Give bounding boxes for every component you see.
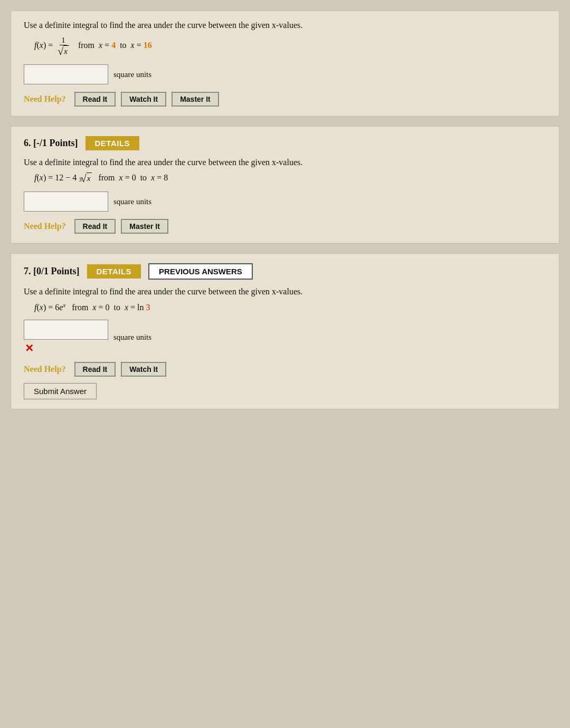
problem-5-section: Use a definite integral to find the area… [11,11,559,117]
problem-5-instructions: Use a definite integral to find the area… [24,21,546,30]
problem-7-section: 7. [0/1 Points] DETAILS PREVIOUS ANSWERS… [11,253,559,409]
problem-6-read-it[interactable]: Read It [74,219,116,234]
problem-7-instructions: Use a definite integral to find the area… [24,287,546,296]
problem-7-header: 7. [0/1 Points] DETAILS PREVIOUS ANSWERS [24,263,546,280]
problem-5-watch-it[interactable]: Watch It [121,92,166,107]
problem-6-master-it[interactable]: Master It [121,219,168,234]
problem-6-units: square units [113,197,151,206]
problem-5-read-it[interactable]: Read It [74,92,116,107]
problem-5-help-row: Need Help? Read It Watch It Master It [24,92,546,107]
problem-7-input[interactable] [24,320,108,340]
fraction-1-over-sqrtx: 1 √x [56,35,71,57]
problem-5-need-help: Need Help? [24,94,66,104]
problem-5-units: square units [113,70,151,79]
problem-5-master-it[interactable]: Master It [172,92,219,107]
problem-7-prev-answers-btn[interactable]: PREVIOUS ANSWERS [148,263,253,280]
problem-7-formula: f(x) = 6ex from x = 0 to x = ln 3 [34,302,546,312]
problem-6-formula: f(x) = 12 − 4 3√x from x = 0 to x = 8 [34,173,546,184]
problem-7-number: 7. [0/1 Points] [24,266,80,277]
problem-5-input[interactable] [24,64,108,84]
problem-7-watch-it[interactable]: Watch It [121,362,166,377]
problem-6-section: 6. [-/1 Points] DETAILS Use a definite i… [11,126,559,244]
problem-6-need-help: Need Help? [24,222,66,231]
problem-5-formula: f(x) = 1 √x from x = 4 to x = 16 [34,35,546,57]
problem-7-details-btn[interactable]: DETAILS [87,264,141,279]
problem-6-instructions: Use a definite integral to find the area… [24,158,546,167]
problem-7-help-row: Need Help? Read It Watch It [24,362,546,377]
problem-6-details-btn[interactable]: DETAILS [86,136,140,150]
problem-6-answer-row: square units [24,191,546,212]
problem-7-read-it[interactable]: Read It [74,362,116,377]
problem-6-header: 6. [-/1 Points] DETAILS [24,136,546,150]
problem-7-answer-row: ✕ square units [24,320,546,355]
problem-6-help-row: Need Help? Read It Master It [24,219,546,234]
problem-6-number: 6. [-/1 Points] [24,138,78,149]
problem-7-need-help: Need Help? [24,365,66,374]
problem-7-units: square units [113,333,151,342]
problem-5-answer-row: square units [24,64,546,84]
problem-7-submit-btn[interactable]: Submit Answer [24,383,97,399]
problem-7-error-mark: ✕ [25,342,108,355]
cbrt-expr: 3√x [79,173,92,184]
problem-6-input[interactable] [24,191,108,212]
